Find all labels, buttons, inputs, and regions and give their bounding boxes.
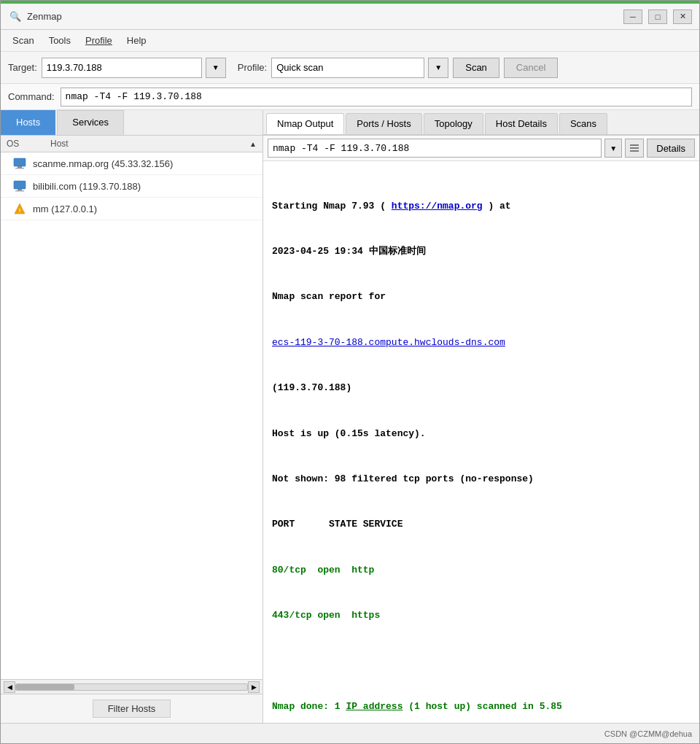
title-bar: 🔍 Zenmap ─ □ ✕ — [1, 4, 699, 30]
left-panel: OS Host ▲ scanme.nmap. — [1, 136, 263, 723]
tab-topology[interactable]: Topology — [424, 113, 483, 134]
target-label: Target: — [8, 62, 37, 73]
menu-help[interactable]: Help — [120, 32, 154, 49]
list-item[interactable]: bilibili.com (119.3.70.188) — [1, 175, 262, 198]
tab-scans[interactable]: Scans — [559, 113, 607, 134]
ip-address-text: IP address — [346, 701, 402, 712]
tab-services[interactable]: Services — [57, 110, 124, 135]
output-line-4-link[interactable]: ecs-119-3-70-188.compute.hwclouds-dns.co… — [272, 336, 691, 351]
output-line-6: Not shown: 98 filtered tcp ports (no-res… — [272, 472, 691, 487]
cancel-button[interactable]: Cancel — [504, 58, 558, 78]
output-line-1: Starting Nmap 7.93 ( https://nmap.org ) … — [272, 199, 691, 214]
tab-host-details[interactable]: Host Details — [485, 113, 558, 134]
command-label: Command: — [8, 91, 55, 102]
tab-ports-hosts[interactable]: Ports / Hosts — [346, 113, 421, 134]
profile-dropdown[interactable]: ▼ — [428, 58, 448, 78]
output-line-3: Nmap scan report for — [272, 290, 691, 305]
os-header: OS — [7, 139, 50, 149]
output-line-10: Nmap done: 1 IP address (1 host up) scan… — [272, 700, 691, 715]
window-title: Zenmap — [27, 11, 623, 22]
profile-input[interactable] — [271, 58, 424, 78]
host-header: Host — [50, 139, 246, 149]
output-toolbar: ▼ Details — [263, 136, 699, 161]
nmap-url[interactable]: https://nmap.org — [392, 201, 483, 212]
output-dropdown[interactable]: ▼ — [604, 139, 622, 158]
output-line-7: PORT STATE SERVICE — [272, 517, 691, 532]
main-window: 🔍 Zenmap ─ □ ✕ Scan Tools Profile Help T… — [0, 0, 700, 744]
sort-arrow: ▲ — [249, 140, 257, 148]
main-area: Hosts Services Nmap Output Ports / Hosts… — [1, 110, 699, 723]
status-bar: CSDN @CZMM@dehua — [1, 723, 699, 743]
scroll-track[interactable] — [15, 683, 248, 691]
scroll-thumb — [16, 684, 74, 690]
list-item[interactable]: ! mm (127.0.0.1) — [1, 198, 262, 220]
menu-profile[interactable]: Profile — [78, 32, 120, 49]
svg-rect-2 — [15, 168, 24, 169]
filter-hosts-button[interactable]: Filter Hosts — [93, 700, 171, 718]
right-tabs: Nmap Output Ports / Hosts Topology Host … — [263, 110, 699, 135]
host-name-1: scanme.nmap.org (45.33.32.156) — [33, 158, 173, 169]
output-line-4-ip: (119.3.70.188) — [272, 381, 691, 396]
host-icon-3: ! — [12, 201, 27, 216]
host-name-2: bilibili.com (119.3.70.188) — [33, 181, 141, 192]
output-line-5: Host is up (0.15s latency). — [272, 427, 691, 442]
host-name-3: mm (127.0.0.1) — [33, 204, 97, 214]
right-panel: ▼ Details Starting Nmap 7.93 ( https://n… — [263, 136, 699, 723]
host-list: scanme.nmap.org (45.33.32.156) bilibili.… — [1, 152, 262, 679]
output-spacer — [272, 654, 691, 670]
tab-nmap-output[interactable]: Nmap Output — [266, 113, 344, 134]
minimize-button[interactable]: ─ — [623, 9, 642, 24]
svg-rect-3 — [14, 181, 26, 189]
app-icon: 🔍 — [8, 9, 23, 24]
scroll-left[interactable]: ◀ — [4, 681, 15, 693]
output-line-8: 80/tcp open http — [272, 563, 691, 578]
host-icon-2 — [12, 179, 27, 193]
filter-hosts-bar: Filter Hosts — [1, 694, 262, 723]
scroll-right[interactable]: ▶ — [248, 681, 260, 693]
menu-tools[interactable]: Tools — [42, 32, 78, 49]
close-button[interactable]: ✕ — [673, 9, 692, 24]
scan-button[interactable]: Scan — [453, 58, 499, 78]
tab-hosts[interactable]: Hosts — [1, 110, 55, 135]
output-lines-btn[interactable] — [625, 139, 644, 158]
svg-text:!: ! — [19, 207, 21, 214]
output-line-2: 2023-04-25 19:34 中国标准时间 — [272, 244, 691, 260]
output-command-input[interactable] — [268, 139, 602, 158]
host-icon-1 — [12, 156, 27, 171]
status-text: CSDN @CZMM@dehua — [604, 729, 692, 738]
target-dropdown[interactable]: ▼ — [206, 58, 226, 78]
content-split: OS Host ▲ scanme.nmap. — [1, 136, 699, 723]
menu-bar: Scan Tools Profile Help — [1, 30, 699, 52]
tabs-row: Hosts Services Nmap Output Ports / Hosts… — [1, 110, 699, 136]
profile-label: Profile: — [238, 62, 267, 73]
target-input[interactable] — [42, 58, 202, 78]
menu-scan[interactable]: Scan — [5, 32, 42, 49]
command-bar: Command: — [1, 84, 699, 110]
output-line-9: 443/tcp open https — [272, 608, 691, 624]
output-area: Starting Nmap 7.93 ( https://nmap.org ) … — [263, 161, 699, 723]
svg-rect-5 — [15, 190, 24, 192]
command-input[interactable] — [61, 88, 692, 106]
toolbar: Target: ▼ Profile: ▼ Scan Cancel — [1, 52, 699, 84]
window-controls: ─ □ ✕ — [623, 9, 692, 24]
left-tabs: Hosts Services — [1, 110, 263, 135]
list-item[interactable]: scanme.nmap.org (45.33.32.156) — [1, 152, 262, 175]
details-button[interactable]: Details — [647, 139, 695, 158]
svg-rect-0 — [14, 158, 26, 166]
maximize-button[interactable]: □ — [648, 9, 667, 24]
svg-rect-1 — [18, 166, 22, 168]
host-list-header: OS Host ▲ — [1, 136, 262, 152]
horizontal-scrollbar: ◀ ▶ — [1, 679, 262, 694]
svg-rect-4 — [18, 189, 22, 190]
